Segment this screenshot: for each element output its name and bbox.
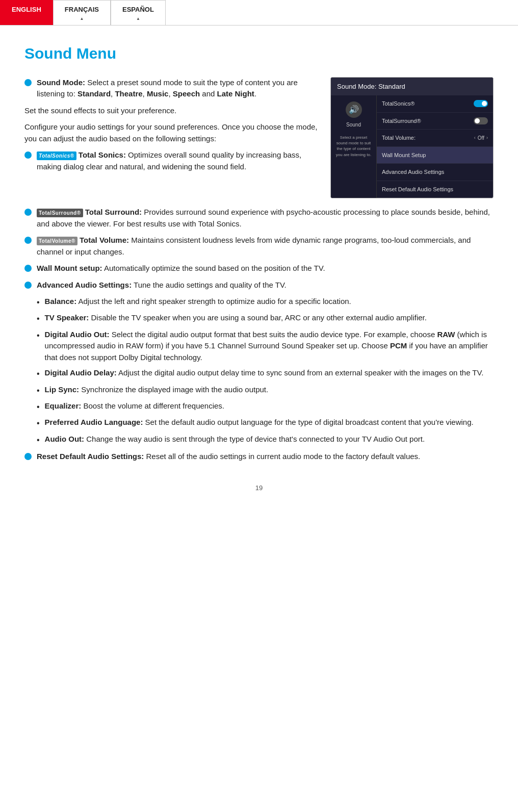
- para2: Configure your audio settings for your s…: [24, 121, 318, 144]
- top-text-block: Sound Mode: Select a preset sound mode t…: [24, 77, 318, 178]
- sound-mode-theatre: Theatre: [115, 89, 142, 98]
- menu-label-advanced-audio: Advanced Audio Settings: [382, 168, 444, 176]
- lang-tab-francais[interactable]: FRANÇAIS ▲: [53, 0, 111, 25]
- total-volume-logo: TotalVolume®: [37, 237, 77, 245]
- screen-mode-title: Sound Mode: Standard: [337, 82, 405, 92]
- sub-bullet-lip-sync: • Lip Sync: Synchronize the displayed im…: [37, 384, 494, 396]
- menu-label-reset: Reset Default Audio Settings: [382, 185, 453, 194]
- sound-icon: 🔊: [346, 102, 362, 118]
- tsu-badge: TotalSurround®: [37, 209, 83, 217]
- sub-marker-tv-speaker: •: [37, 313, 40, 324]
- page-number: 19: [24, 483, 494, 493]
- toggle-tsu[interactable]: [474, 117, 488, 124]
- menu-item-total-volume: Total Volume: ‹ Off ›: [377, 130, 493, 147]
- arrow-right-icon: ›: [486, 135, 488, 142]
- arrow-left-icon: ‹: [474, 135, 476, 142]
- wall-mount-text: Automatically optimize the sound based o…: [104, 264, 325, 272]
- sub-text-lip-sync: Lip Sync: Synchronize the displayed imag…: [45, 384, 269, 396]
- sound-mode-speech: Speech: [173, 89, 200, 98]
- sub-bullet-balance: • Balance: Adjust the left and right spe…: [37, 296, 494, 308]
- reset-audio-text: Reset all of the audio settings in curre…: [146, 452, 420, 461]
- bullet-total-volume: TotalVolume® Total Volume: Maintains con…: [24, 235, 494, 258]
- bullet-advanced-audio: Advanced Audio Settings: Tune the audio …: [24, 280, 494, 291]
- sub-bullet-list: • Balance: Adjust the left and right spe…: [37, 296, 494, 446]
- tv-badge: TotalVolume®: [37, 237, 77, 245]
- sub-text-digital-audio-out: Digital Audio Out: Select the digital au…: [45, 329, 494, 364]
- lang-tab-english[interactable]: ENGLISH: [0, 0, 53, 25]
- bullet-text-total-sonics: TotalSonics® Total Sonics: Optimizes ove…: [37, 149, 318, 172]
- total-surround-label: Total Surround:: [85, 208, 142, 216]
- bullet-text-total-surround: TotalSurround® Total Surround: Provides …: [37, 207, 494, 230]
- sub-marker-preferred-audio: •: [37, 418, 40, 429]
- bullet-dot-wall-mount: [24, 265, 32, 272]
- reset-audio-label: Reset Default Audio Settings:: [37, 452, 144, 461]
- screenshot-panel: Sound Mode: Standard 🔊 Sound Select a pr…: [330, 77, 494, 199]
- menu-label-wall-mount: Wall Mount Setup: [382, 151, 426, 160]
- total-surround-logo: TotalSurround®: [37, 209, 83, 217]
- total-sonics-label: Total Sonics:: [79, 150, 126, 159]
- toggle-ts[interactable]: [474, 100, 488, 107]
- lang-tab-espanol[interactable]: ESPAÑOL ▲: [111, 0, 166, 25]
- screen-sidebar-desc: Select a preset sound mode to suit the t…: [335, 135, 372, 158]
- total-sonics-logo: TotalSonics®: [37, 151, 76, 160]
- menu-label-tv: Total Volume:: [382, 134, 416, 142]
- sub-bullet-digital-audio-out: • Digital Audio Out: Select the digital …: [37, 329, 494, 364]
- bullet-text-total-volume: TotalVolume® Total Volume: Maintains con…: [37, 235, 494, 258]
- bullet-sound-mode: Sound Mode: Select a preset sound mode t…: [24, 77, 318, 100]
- bullet-dot-total-surround: [24, 209, 32, 216]
- bullet-dot-total-volume: [24, 237, 32, 244]
- top-section: Sound Mode: Select a preset sound mode t…: [24, 77, 494, 199]
- bullet-dot-advanced-audio: [24, 282, 32, 289]
- bullet-dot-total-sonics: [24, 151, 32, 159]
- sub-bullet-audio-out: • Audio Out: Change the way audio is sen…: [37, 434, 494, 446]
- para1: Set the sound effects to suit your prefe…: [24, 105, 318, 117]
- bullet-text-reset-audio: Reset Default Audio Settings: Reset all …: [37, 451, 494, 463]
- total-sonics-text: Optimizes overall sound quality by incre…: [37, 150, 301, 171]
- menu-item-advanced-audio[interactable]: Advanced Audio Settings: [377, 164, 493, 181]
- main-content: Sound Menu Sound Mode: Select a preset s…: [0, 26, 518, 518]
- menu-item-reset-audio[interactable]: Reset Default Audio Settings: [377, 181, 493, 198]
- espanol-arrow-icon: ▲: [136, 16, 140, 22]
- page-title: Sound Menu: [24, 42, 494, 65]
- sub-bullet-tv-speaker: • TV Speaker: Disable the TV speaker whe…: [37, 312, 494, 324]
- menu-label-ts: TotalSonics®: [382, 99, 415, 108]
- bullet-reset-audio: Reset Default Audio Settings: Reset all …: [24, 451, 494, 463]
- sub-marker-audio-out: •: [37, 435, 40, 446]
- menu-item-wall-mount[interactable]: Wall Mount Setup: [377, 147, 493, 164]
- period1: .: [254, 89, 256, 98]
- sub-text-tv-speaker: TV Speaker: Disable the TV speaker when …: [45, 312, 427, 324]
- sound-mode-music: Music: [147, 89, 169, 98]
- screen-header: Sound Mode: Standard: [331, 78, 493, 96]
- sound-icon-label: Sound: [346, 121, 361, 129]
- sub-text-digital-audio-delay: Digital Audio Delay: Adjust the digital …: [45, 367, 484, 379]
- menu-item-total-surround: TotalSurround®: [377, 113, 493, 130]
- advanced-audio-label: Advanced Audio Settings:: [37, 281, 132, 289]
- bullet-dot-reset-audio: [24, 453, 32, 460]
- lang-label-english: ENGLISH: [12, 5, 41, 15]
- sound-mode-standard: Standard: [77, 89, 111, 98]
- comma3: ,: [168, 89, 172, 98]
- sound-mode-and: and: [202, 89, 217, 98]
- bullet-text-advanced-audio: Advanced Audio Settings: Tune the audio …: [37, 280, 494, 291]
- screen-sidebar: 🔊 Sound Select a preset sound mode to su…: [331, 95, 377, 198]
- bullet-total-sonics: TotalSonics® Total Sonics: Optimizes ove…: [24, 149, 318, 172]
- sub-bullet-equalizer: • Equalizer: Boost the volume at differe…: [37, 400, 494, 413]
- language-tabs: ENGLISH FRANÇAIS ▲ ESPAÑOL ▲: [0, 0, 518, 26]
- value-ctrl-tv[interactable]: ‹ Off ›: [474, 134, 488, 142]
- sub-text-audio-out: Audio Out: Change the way audio is sent …: [45, 434, 425, 445]
- advanced-audio-text: Tune the audio settings and quality of t…: [134, 281, 287, 289]
- lang-label-francais: FRANÇAIS: [65, 5, 99, 15]
- screen-menu: TotalSonics® TotalSurround® Total Volume…: [377, 95, 493, 198]
- menu-label-tsu: TotalSurround®: [382, 117, 421, 125]
- bullet-wall-mount: Wall Mount setup: Automatically optimize…: [24, 263, 494, 274]
- total-volume-label: Total Volume:: [80, 236, 129, 244]
- sub-text-balance: Balance: Adjust the left and right speak…: [45, 296, 351, 308]
- bullet-text-sound-mode: Sound Mode: Select a preset sound mode t…: [37, 77, 318, 100]
- bullet-total-surround: TotalSurround® Total Surround: Provides …: [24, 207, 494, 230]
- comma2: ,: [143, 89, 147, 98]
- lang-label-espanol: ESPAÑOL: [122, 5, 154, 15]
- sub-bullet-preferred-audio: • Preferred Audio Language: Set the defa…: [37, 417, 494, 429]
- sub-marker-balance: •: [37, 297, 40, 308]
- sub-text-equalizer: Equalizer: Boost the volume at different…: [45, 400, 224, 412]
- bullet-text-wall-mount: Wall Mount setup: Automatically optimize…: [37, 263, 494, 274]
